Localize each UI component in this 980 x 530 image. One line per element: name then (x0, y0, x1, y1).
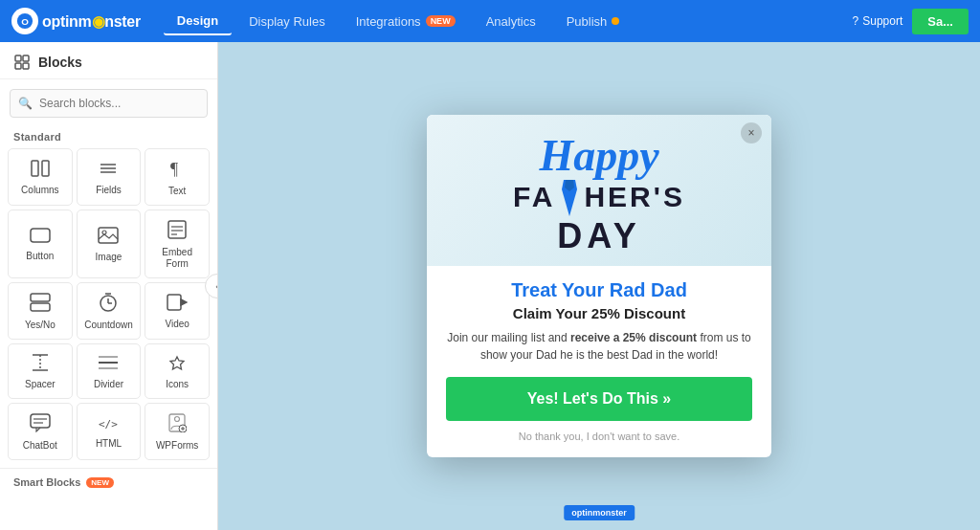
svg-rect-15 (168, 221, 186, 238)
question-icon: ? (853, 14, 859, 28)
logo[interactable]: O optinm◉nster (11, 8, 141, 34)
nav-tabs: Design Display Rules Integrations NEW An… (164, 8, 853, 35)
svg-rect-3 (23, 55, 29, 61)
video-label: Video (165, 319, 189, 330)
svg-rect-25 (167, 295, 181, 310)
happy-text: Happy (446, 134, 752, 178)
day-text: DAY (557, 216, 641, 256)
icons-icon (167, 354, 187, 374)
spacer-icon (30, 354, 51, 374)
svg-rect-7 (42, 161, 49, 176)
nav-tab-design[interactable]: Design (164, 8, 232, 35)
search-box: 🔍 (10, 89, 208, 118)
spacer-label: Spacer (25, 379, 56, 390)
logo-icon: O (11, 8, 38, 34)
block-item-fields[interactable]: Fields (77, 148, 142, 206)
button-icon (30, 228, 51, 246)
divider-label: Divider (94, 379, 123, 390)
countdown-label: Countdown (84, 320, 133, 331)
svg-rect-13 (99, 228, 118, 243)
promo-description: Join our mailing list and receive a 25% … (446, 329, 752, 364)
svg-point-37 (175, 417, 180, 422)
columns-icon (31, 160, 50, 180)
save-button[interactable]: Sa... (912, 9, 969, 34)
modal-body: Treat Your Rad Dad Claim Your 25% Discou… (427, 266, 771, 457)
block-item-embed-form[interactable]: Embed Form (145, 210, 210, 278)
svg-text:O: O (21, 16, 29, 27)
popup-modal: × Happy FA HER'S DAY (427, 115, 771, 457)
html-label: HTML (96, 438, 122, 450)
fathers-day-block: FA HER'S DAY (446, 178, 752, 256)
smart-blocks-label: Smart Blocks (13, 476, 80, 488)
promo-title: Treat Your Rad Dad (446, 279, 752, 301)
svg-rect-4 (15, 63, 21, 69)
block-item-spacer[interactable]: Spacer (8, 343, 73, 399)
smart-blocks-section: Smart Blocks NEW (0, 468, 217, 492)
publish-dot (612, 17, 619, 25)
nav-tab-publish[interactable]: Publish (553, 9, 634, 34)
canvas-area[interactable]: × Happy FA HER'S DAY (218, 42, 980, 530)
modal-header: Happy FA HER'S DAY (427, 115, 771, 266)
block-item-columns[interactable]: Columns (8, 148, 73, 206)
svg-rect-20 (31, 303, 50, 311)
wpforms-label: WPForms (156, 440, 198, 452)
text-icon: ¶ (168, 159, 186, 181)
search-input[interactable] (10, 89, 208, 118)
promo-subtitle: Claim Your 25% Discount (446, 305, 752, 321)
svg-text:</>: </> (99, 418, 118, 431)
tie-icon (559, 180, 580, 216)
block-item-button[interactable]: Button (8, 210, 73, 278)
block-item-html[interactable]: </> HTML (77, 403, 142, 460)
main-layout: Blocks 🔍 Standard Columns (0, 42, 980, 530)
nav-right: ? Support Sa... (853, 9, 969, 34)
cta-button[interactable]: Yes! Let's Do This » (446, 377, 752, 421)
block-item-wpforms[interactable]: WPForms (145, 403, 210, 460)
icons-label: Icons (166, 379, 189, 390)
block-item-image[interactable]: Image (77, 210, 142, 278)
block-item-yes-no[interactable]: Yes/No (8, 282, 73, 340)
divider-icon (98, 354, 119, 374)
svg-rect-6 (32, 161, 38, 176)
top-nav: O optinm◉nster Design Display Rules Inte… (0, 0, 980, 42)
svg-text:¶: ¶ (170, 160, 178, 178)
block-item-text[interactable]: ¶ Text (145, 148, 210, 206)
video-icon (167, 294, 188, 314)
embed-form-label: Embed Form (151, 247, 203, 270)
modal-close-button[interactable]: × (741, 122, 762, 144)
wpforms-icon (167, 413, 187, 435)
block-item-chatbot[interactable]: ChatBot (8, 403, 73, 460)
svg-rect-32 (31, 414, 50, 428)
integrations-badge: NEW (426, 15, 456, 27)
blocks-icon (13, 54, 31, 71)
blocks-grid: Columns Fields ¶ (0, 148, 217, 468)
nav-tab-display-rules[interactable]: Display Rules (235, 9, 338, 34)
fields-label: Fields (96, 185, 122, 196)
chatbot-icon (30, 413, 51, 435)
decline-link[interactable]: No thank you, I don't want to save. (446, 431, 752, 442)
fathers-row: FA HER'S (513, 178, 685, 216)
fields-icon (99, 160, 118, 180)
yes-no-icon (30, 293, 51, 315)
block-item-icons[interactable]: Icons (145, 343, 210, 399)
embed-form-icon (167, 220, 187, 242)
image-label: Image (96, 252, 122, 263)
blocks-title: Blocks (38, 55, 82, 70)
nav-tab-analytics[interactable]: Analytics (473, 9, 549, 34)
logo-text: optinm◉nster (42, 12, 141, 31)
brand-watermark: optinmonster (564, 505, 635, 520)
support-button[interactable]: ? Support (853, 14, 903, 28)
block-item-countdown[interactable]: Countdown (77, 282, 142, 340)
nav-tab-integrations[interactable]: Integrations NEW (343, 9, 469, 34)
sidebar-header: Blocks (0, 42, 217, 79)
text-label: Text (168, 186, 186, 197)
chatbot-label: ChatBot (23, 440, 57, 452)
svg-rect-19 (31, 294, 50, 301)
sidebar: Blocks 🔍 Standard Columns (0, 42, 218, 530)
search-icon: 🔍 (18, 97, 33, 110)
block-item-divider[interactable]: Divider (77, 343, 142, 399)
support-label: Support (862, 14, 902, 28)
smart-blocks-badge: NEW (86, 477, 114, 488)
block-item-video[interactable]: Video (145, 282, 210, 340)
columns-label: Columns (21, 185, 58, 196)
countdown-icon (99, 293, 118, 315)
